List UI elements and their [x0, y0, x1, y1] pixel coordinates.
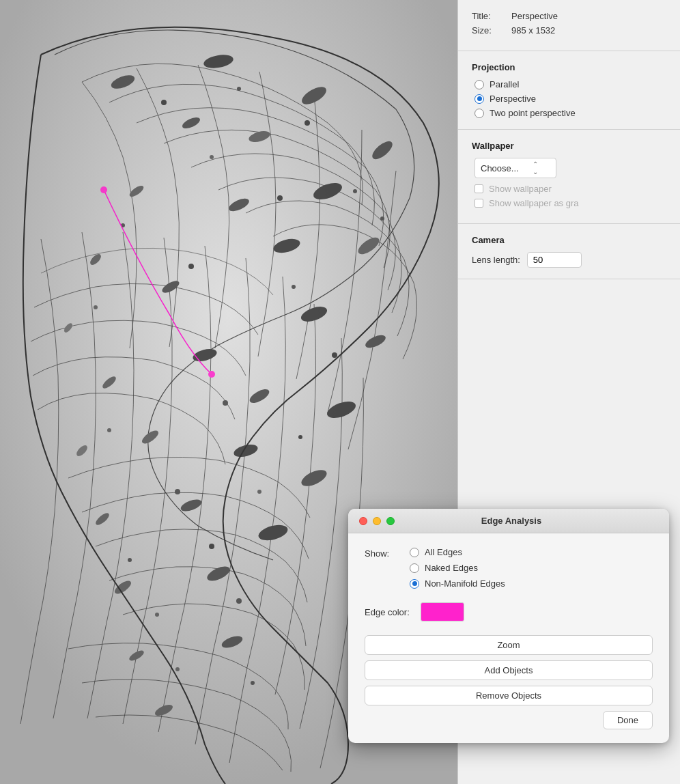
lens-length-input[interactable]	[527, 252, 582, 268]
radio-two-point-label: Two point perspective	[490, 108, 576, 118]
radio-non-manifold-label: Non-Manifold Edges	[425, 578, 505, 589]
radio-all-edges[interactable]: All Edges	[410, 547, 505, 557]
svg-point-46	[223, 400, 228, 406]
svg-point-42	[188, 264, 194, 269]
stepper-icon: ⌃⌄	[533, 160, 538, 176]
radio-perspective[interactable]: Perspective	[474, 94, 666, 104]
zoom-button[interactable]: Zoom	[365, 635, 653, 655]
radio-parallel[interactable]: Parallel	[474, 79, 666, 89]
projection-radio-group: Parallel Perspective Two point perspecti…	[472, 79, 666, 118]
wallpaper-choose-label: Choose...	[481, 163, 519, 173]
svg-point-43	[292, 285, 296, 289]
radio-naked-edges-circle[interactable]	[410, 563, 419, 573]
size-value: 985 x 1532	[511, 25, 555, 36]
svg-point-40	[380, 216, 384, 221]
edge-color-label: Edge color:	[365, 607, 410, 617]
svg-point-36	[353, 189, 357, 193]
dialog-buttons: Zoom Add Objects Remove Objects	[365, 635, 653, 705]
radio-naked-edges[interactable]: Naked Edges	[410, 563, 505, 573]
projection-section: Projection Parallel Perspective Two poin…	[458, 51, 680, 130]
dialog-titlebar: Edge Analysis	[348, 509, 669, 533]
lens-length-label: Lens length:	[472, 255, 520, 265]
radio-two-point-circle[interactable]	[474, 109, 484, 118]
edge-color-row: Edge color:	[365, 602, 653, 621]
projection-title: Projection	[472, 62, 666, 72]
show-wallpaper-row: Show wallpaper	[472, 184, 666, 194]
title-value: Perspective	[511, 11, 558, 21]
remove-objects-button[interactable]: Remove Objects	[365, 686, 653, 705]
dialog-body: Show: All Edges Naked Edges Non-Manifold…	[348, 533, 669, 743]
svg-point-47	[298, 435, 302, 439]
svg-point-55	[251, 681, 255, 685]
camera-section: Camera Lens length:	[458, 224, 680, 279]
svg-point-50	[128, 558, 132, 562]
radio-parallel-circle[interactable]	[474, 80, 484, 89]
svg-point-53	[236, 598, 242, 604]
size-label: Size:	[472, 25, 506, 36]
edge-color-swatch[interactable]	[421, 602, 464, 621]
svg-point-35	[304, 120, 310, 126]
svg-point-57	[208, 371, 215, 378]
show-options: All Edges Naked Edges Non-Manifold Edges	[410, 547, 505, 589]
svg-point-44	[332, 352, 337, 358]
wallpaper-dropdown[interactable]: Choose... ⌃⌄	[474, 158, 556, 178]
camera-title: Camera	[472, 235, 666, 245]
svg-point-39	[277, 195, 283, 201]
radio-two-point[interactable]: Two point perspective	[474, 108, 666, 118]
radio-naked-edges-label: Naked Edges	[425, 563, 478, 573]
radio-non-manifold[interactable]: Non-Manifold Edges	[410, 578, 505, 589]
title-section: Title: Perspective Size: 985 x 1532	[458, 0, 680, 51]
add-objects-button[interactable]: Add Objects	[365, 660, 653, 680]
show-wallpaper-gray-row: Show wallpaper as gra	[472, 198, 666, 208]
done-row: Done	[365, 711, 653, 729]
show-wallpaper-gray-checkbox[interactable]	[474, 199, 483, 208]
edge-analysis-dialog: Edge Analysis Show: All Edges Naked Edge…	[348, 509, 669, 743]
radio-perspective-circle[interactable]	[474, 94, 484, 104]
svg-point-45	[107, 428, 111, 432]
wallpaper-title: Wallpaper	[472, 141, 666, 151]
svg-point-34	[237, 87, 241, 91]
radio-non-manifold-circle[interactable]	[410, 579, 419, 589]
svg-point-41	[94, 305, 98, 309]
svg-point-49	[257, 490, 261, 494]
svg-point-37	[210, 155, 214, 159]
done-button[interactable]: Done	[603, 711, 653, 729]
svg-point-54	[175, 667, 180, 671]
radio-all-edges-label: All Edges	[425, 547, 462, 557]
lens-row: Lens length:	[472, 252, 666, 268]
radio-parallel-label: Parallel	[490, 79, 519, 89]
show-wallpaper-label: Show wallpaper	[489, 184, 552, 194]
svg-point-52	[155, 613, 159, 617]
svg-point-33	[161, 100, 167, 105]
wallpaper-select-row: Choose... ⌃⌄	[472, 158, 666, 178]
title-label: Title:	[472, 11, 506, 21]
show-label: Show:	[365, 548, 399, 559]
show-wallpaper-checkbox[interactable]	[474, 184, 483, 193]
svg-point-56	[100, 186, 107, 193]
svg-point-48	[175, 489, 180, 494]
show-wallpaper-gray-label: Show wallpaper as gra	[489, 198, 579, 208]
svg-point-51	[209, 544, 214, 549]
wallpaper-section: Wallpaper Choose... ⌃⌄ Show wallpaper Sh…	[458, 130, 680, 224]
show-row: Show: All Edges Naked Edges Non-Manifold…	[365, 547, 653, 589]
dialog-title: Edge Analysis	[365, 516, 658, 526]
radio-all-edges-circle[interactable]	[410, 548, 419, 557]
radio-perspective-label: Perspective	[490, 94, 536, 104]
